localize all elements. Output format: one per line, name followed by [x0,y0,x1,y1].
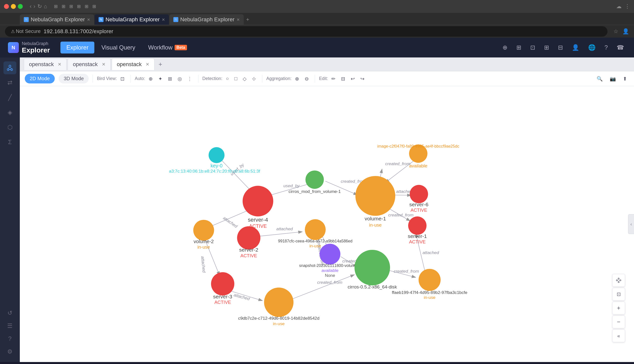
edit-btn-2[interactable]: ⊟ [339,74,347,83]
browser-icon-1[interactable]: ⊞ [54,4,58,9]
svg-line-21 [292,274,355,299]
nav-icon-2[interactable]: ⊞ [514,42,523,53]
sidebar-icon-settings[interactable]: ⚙ [4,345,16,358]
auto-btn-2[interactable]: ✦ [156,74,164,83]
nav-icon-6[interactable]: 👤 [570,42,581,53]
node-server-6[interactable]: server-6 ACTIVE [410,185,428,213]
new-tab-button[interactable]: + [244,14,251,25]
browser-tab-2-close[interactable]: ✕ [162,17,165,22]
address-bar-row: ⚠ Not Secure 192.168.8.131:7002/explorer… [0,25,634,38]
tab-favicon-1: N [24,17,29,22]
browser-icon-6[interactable]: ⊞ [92,4,96,9]
sidebar-icon-line[interactable]: ╱ [4,91,16,104]
nav-icon-4[interactable]: ⊞ [542,42,551,53]
address-bar[interactable]: ⚠ Not Secure 192.168.8.131:7002/explorer [5,26,608,37]
nav-workflow[interactable]: Workflow Beta [142,42,193,54]
nav-icon-globe[interactable]: 🌐 [586,42,598,53]
node-cirros-mod[interactable]: cirros_mod_from_volume-1 [288,170,341,194]
graph-fit-btn[interactable]: ⊡ [612,288,625,300]
det-btn-2[interactable]: □ [232,74,239,83]
nav-visual-query[interactable]: Visual Query [95,42,141,54]
browser-icon-2[interactable]: ⊞ [62,4,66,9]
not-secure-text: Not Secure [16,28,40,34]
refresh-icon[interactable]: ↻ [38,3,42,10]
sidebar-icon-share[interactable]: ⇄ [4,76,16,89]
auto-btn-3[interactable]: ⊞ [166,74,174,83]
sidebar-icon-hex[interactable]: ⬡ [4,121,16,134]
zoom-in-btn[interactable]: + [612,302,625,314]
mode-3d-button[interactable]: 3D Mode [59,74,89,84]
det-btn-1[interactable]: ○ [224,74,231,83]
browser-icon-3[interactable]: ⊞ [69,4,73,9]
search-btn[interactable]: 🔍 [594,74,605,83]
node-server-1[interactable]: server-1 ACTIVE [408,216,427,244]
nav-icon-3[interactable]: ⊡ [528,42,537,53]
bird-view-btn[interactable]: ⊡ [118,74,126,83]
nav-icon-phone[interactable]: ☎ [615,42,626,53]
agg-btn-1[interactable]: ⊕ [293,74,301,83]
node-cirros-disk[interactable]: cirros-0.5.2-x86_64-disk [348,250,397,290]
node-volume-2[interactable]: volume-2 in-use [193,220,214,250]
content-tab-2-close[interactable]: ✕ [102,62,106,67]
det-btn-3[interactable]: ◇ [241,74,248,83]
back-icon[interactable]: ‹ [30,3,32,10]
sidebar-icon-help[interactable]: ? [4,332,16,345]
export-btn[interactable]: ⬆ [621,74,629,83]
det-btn-4[interactable]: ⊹ [250,74,258,83]
edit-btn-1[interactable]: ✏ [330,74,338,83]
graph-canvas[interactable]: used_by used_by attached attached attach… [20,86,634,362]
close-button[interactable] [4,4,9,9]
browser-tab-3[interactable]: N NebulaGraph Explorer ✕ [170,14,244,25]
browser-icon-5[interactable]: ⊞ [85,4,88,9]
browser-tab-3-close[interactable]: ✕ [236,17,240,22]
sidebar-icon-history[interactable]: ↺ [4,306,16,320]
node-vol-99187[interactable]: 99187cfc-ceea-496a-a572-a9bb14a586ed in-… [278,219,352,248]
nav-icon-help[interactable]: ? [602,42,610,53]
sidebar-icon-graph[interactable] [4,62,16,74]
nav-icon-1[interactable]: ⊕ [500,42,510,53]
content-tab-1-close[interactable]: ✕ [58,62,62,67]
add-tab-button[interactable]: + [156,59,165,70]
undo-btn[interactable]: ↩ [349,74,357,83]
mode-2d-button[interactable]: 2D Mode [25,74,55,84]
minimize-button[interactable] [11,4,16,9]
sidebar-icon-list[interactable]: ☰ [4,320,16,332]
svg-text:volume-1: volume-1 [364,216,386,221]
browser-icon-4[interactable]: ⊞ [77,4,81,9]
agg-btn-2[interactable]: ⊖ [303,74,311,83]
svg-text:attached: attached [233,292,251,301]
svg-text:c9db7c2e-c712-49d6-8019-14b82d: c9db7c2e-c712-49d6-8019-14b82de8542d [238,316,320,321]
nav-icon-5[interactable]: ⊟ [556,42,565,53]
camera-btn[interactable]: 📷 [608,74,618,83]
redo-btn[interactable]: ↪ [358,74,366,83]
content-tab-2[interactable]: openstack ✕ [68,58,110,70]
panel-collapse-button[interactable]: ‹ [628,214,634,234]
zoom-out-btn[interactable]: − [612,316,625,328]
node-server-3[interactable]: server-3 ACTIVE [211,272,234,304]
content-tab-3[interactable]: openstack ✕ [112,58,154,70]
auto-btn-4[interactable]: ◎ [176,74,184,83]
menu-icon[interactable]: ⋮ [624,3,630,10]
sidebar-icon-algo[interactable]: ◈ [4,106,16,119]
auto-btn-1[interactable]: ⊕ [146,74,155,83]
bookmark-icon[interactable]: ☆ [614,28,618,35]
browser-tab-1[interactable]: N NebulaGraph Explorer ✕ [20,14,94,25]
svg-text:created_from: created_from [388,212,414,218]
node-key-0[interactable]: key-0 a3:7c:13:40:06:1b:e8:24:7c:20:f8:c… [169,147,260,174]
expand-all-btn[interactable]: « [612,329,625,342]
node-volume-1[interactable]: volume-1 in-use [356,176,395,228]
graph-layout-btn[interactable] [612,274,625,287]
content-tab-1[interactable]: openstack ✕ [24,58,66,70]
auto-btn-5[interactable]: ⋮ [185,74,194,83]
nav-explorer[interactable]: Explorer [60,42,94,54]
browser-tab-2[interactable]: N NebulaGraph Explorer ✕ [94,14,169,25]
node-server-2[interactable]: server-2 ACTIVE [237,226,260,258]
node-server-4[interactable]: server-4 ACTIVE [243,186,274,229]
profile-icon[interactable]: 👤 [622,28,629,35]
sidebar-icon-sum[interactable]: Σ [4,136,16,148]
home-icon[interactable]: ⌂ [44,3,47,10]
forward-icon[interactable]: › [34,3,35,10]
maximize-button[interactable] [18,4,23,9]
browser-tab-1-close[interactable]: ✕ [87,17,90,22]
content-tab-3-close[interactable]: ✕ [146,62,149,67]
